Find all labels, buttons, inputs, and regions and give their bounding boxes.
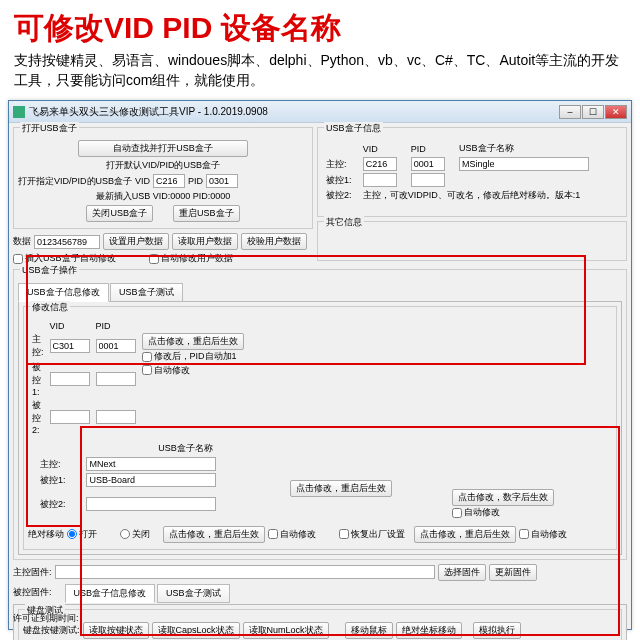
absmove-label: 绝对移动	[28, 528, 64, 541]
col-name: USB盒子名称	[84, 442, 286, 455]
readkey-button[interactable]: 读取按键状态	[83, 622, 149, 639]
auto-checkbox[interactable]: 自动修改	[142, 364, 190, 377]
app-icon	[13, 106, 25, 118]
close-radio[interactable]: 关闭	[120, 528, 150, 541]
edit-vid[interactable]	[50, 339, 90, 353]
apply4-button[interactable]: 点击修改，重启后生效	[414, 526, 516, 543]
data-input[interactable]	[34, 235, 100, 249]
set-userdata-button[interactable]: 设置用户数据	[103, 233, 169, 250]
movemouse-button[interactable]: 移动鼠标	[345, 622, 393, 639]
num-button[interactable]: 读取NumLock状态	[243, 622, 329, 639]
simexec-button[interactable]: 模拟执行	[473, 622, 521, 639]
edit-s2-name[interactable]	[86, 497, 216, 511]
pid-label: PID	[188, 176, 203, 186]
operation-group: USB盒子操作 USB盒子信息修改 USB盒子测试 修改信息 VIDPID 主控…	[13, 269, 627, 560]
info-s1-vid[interactable]	[363, 173, 397, 187]
keyboard-test-group: 键盘测试 键盘按键测试: 读取按键状态 读取CapsLock状态 读取NumLo…	[18, 609, 622, 641]
caps-button[interactable]: 读取CapsLock状态	[152, 622, 240, 639]
info-vid[interactable]	[363, 157, 397, 171]
open-custom-label: 打开指定VID/PID的USB盒子	[18, 175, 132, 188]
slave2-label: 被控2:	[30, 399, 46, 435]
subhead: 支持按键精灵、易语言、windoues脚本、delphi、Python、vb、v…	[0, 51, 640, 96]
group-label: USB盒子信息	[324, 122, 383, 135]
vid-input[interactable]	[153, 174, 185, 188]
info-s1-pid[interactable]	[411, 173, 445, 187]
slave1-label: 被控1:	[324, 173, 359, 187]
lastinput-label: 最新插入USB VID:0000 PID:0000	[96, 190, 231, 203]
edit-s2-pid[interactable]	[96, 410, 136, 424]
group-label: 打开USB盒子	[20, 122, 79, 135]
edit-s1-pid[interactable]	[96, 372, 136, 386]
slave2-label: 被控2:	[324, 189, 359, 202]
edit-s2-vid[interactable]	[50, 410, 90, 424]
vid-label: VID	[135, 176, 150, 186]
autofind-button[interactable]: 自动查找并打开USB盒子	[78, 140, 248, 157]
kb-press-label: 键盘按键测试:	[23, 624, 80, 637]
check-userdata-button[interactable]: 校验用户数据	[241, 233, 307, 250]
edit-pid[interactable]	[96, 339, 136, 353]
headline: 可修改VID PID 设备名称	[0, 0, 640, 51]
titlebar: 飞易来单头双头三头修改测试工具VIP - 1.0.2019.0908 – ☐ ✕	[9, 101, 631, 123]
col-pid: PID	[409, 142, 455, 155]
info-pid[interactable]	[411, 157, 445, 171]
apply2-button[interactable]: 点击修改，重启后生效	[290, 480, 392, 497]
pid-input[interactable]	[206, 174, 238, 188]
master-label: 主控:	[30, 333, 46, 359]
info-note: 主控，可改VIDPID、可改名，修改后绝对移动。版本:1	[361, 189, 620, 202]
info-name[interactable]	[459, 157, 589, 171]
open-radio[interactable]: 打开	[67, 528, 97, 541]
reboot-usb-button[interactable]: 重启USB盒子	[173, 205, 240, 222]
close-button[interactable]: ✕	[605, 105, 627, 119]
open-default-label: 打开默认VID/PID的USB盒子	[106, 159, 220, 172]
editinfo-group: 修改信息 VIDPID 主控:点击修改，重启后生效修改后，PID自动加1自动修改…	[23, 306, 617, 550]
tab-edit2[interactable]: USB盒子信息修改	[65, 584, 156, 603]
tab-test2[interactable]: USB盒子测试	[157, 584, 230, 603]
col-pid: PID	[94, 321, 138, 331]
group-label: 修改信息	[30, 301, 70, 314]
apply3-button[interactable]: 点击修改，重启后生效	[163, 526, 265, 543]
edit-s1-name[interactable]	[86, 473, 216, 487]
slave1-label: 被控1:	[30, 361, 46, 397]
tab-edit[interactable]: USB盒子信息修改	[18, 283, 109, 302]
usb-info-group: USB盒子信息 VIDPIDUSB盒子名称 主控: 被控1: 被控2:主控，可改…	[317, 127, 627, 217]
masterfw-input[interactable]	[55, 565, 435, 579]
maximize-button[interactable]: ☐	[582, 105, 604, 119]
factory-checkbox[interactable]: 恢复出厂设置	[339, 528, 405, 541]
callout-line	[26, 365, 28, 525]
masterfw-label: 主控固件:	[13, 566, 52, 579]
group-label: USB盒子操作	[20, 264, 79, 277]
automod-checkbox[interactable]: 自动修改	[452, 506, 500, 519]
app-window: 飞易来单头双头三头修改测试工具VIP - 1.0.2019.0908 – ☐ ✕…	[8, 100, 632, 630]
slave1-label: 被控1:	[38, 473, 82, 487]
updfw-button[interactable]: 更新固件	[489, 564, 537, 581]
col-vid: VID	[361, 142, 407, 155]
edit-name[interactable]	[86, 457, 216, 471]
open-usb-group: 打开USB盒子 自动查找并打开USB盒子 打开默认VID/PID的USB盒子 打…	[13, 127, 313, 229]
close-usb-button[interactable]: 关闭USB盒子	[86, 205, 153, 222]
window-title: 飞易来单头双头三头修改测试工具VIP - 1.0.2019.0908	[29, 105, 268, 119]
group-label: 其它信息	[324, 216, 364, 229]
edit-s1-vid[interactable]	[50, 372, 90, 386]
other-info-group: 其它信息	[317, 221, 627, 261]
auto2-checkbox[interactable]: 自动修改	[268, 528, 316, 541]
data-label: 数据	[13, 235, 31, 248]
master-label: 主控:	[324, 157, 359, 171]
auto3-checkbox[interactable]: 自动修改	[519, 528, 567, 541]
minimize-button[interactable]: –	[559, 105, 581, 119]
col-name: USB盒子名称	[457, 142, 620, 155]
permit-label: 许可证到期时间:	[13, 612, 79, 625]
selfw-button[interactable]: 选择固件	[438, 564, 486, 581]
apply-button[interactable]: 点击修改，重启后生效	[142, 333, 244, 350]
pid-auto-checkbox[interactable]: 修改后，PID自动加1	[142, 350, 237, 363]
tab-test[interactable]: USB盒子测试	[110, 283, 183, 302]
absmovemouse-button[interactable]: 绝对坐标移动	[396, 622, 462, 639]
auto-userdata-checkbox[interactable]: 自动修改用户数据	[149, 252, 233, 265]
callout-line	[26, 525, 80, 527]
read-userdata-button[interactable]: 读取用户数据	[172, 233, 238, 250]
slave2-label: 被控2:	[38, 489, 82, 520]
applynum-button[interactable]: 点击修改，数字后生效	[452, 489, 554, 506]
col-vid: VID	[48, 321, 92, 331]
slavefw-label: 被控固件:	[13, 586, 52, 599]
master-label: 主控:	[38, 457, 82, 471]
